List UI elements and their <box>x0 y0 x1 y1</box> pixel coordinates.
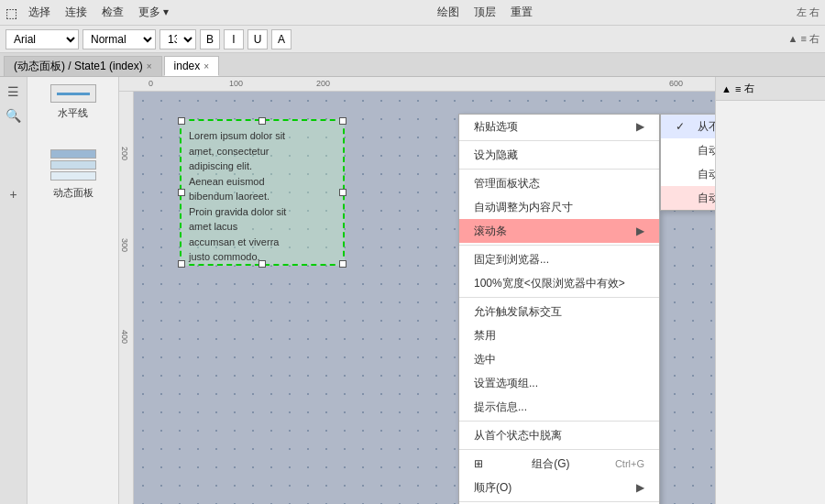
font-style-select[interactable]: Normal <box>82 29 156 49</box>
canvas-area[interactable]: 0 100 200 600 700 200 300 400 <box>119 77 715 504</box>
ctx-scroll-arrow: ▶ <box>636 225 644 237</box>
ctx-sep-5 <box>459 421 659 422</box>
toolbar-top[interactable]: 顶层 <box>470 3 500 22</box>
tab-index-close[interactable]: × <box>204 61 209 71</box>
ctx-paste-options[interactable]: 粘贴选项 ▶ <box>459 115 659 138</box>
ctx-full-width[interactable]: 100%宽度<仅限浏览器中有效> <box>459 271 659 295</box>
ctx-group-label: 组合(G) <box>532 456 569 472</box>
submenu-auto-v[interactable]: 自动显示垂直滚动条 <box>661 162 715 186</box>
ruler-tick-0: 0 <box>148 79 153 88</box>
ctx-detach[interactable]: 从首个状态中脱离 <box>459 423 659 447</box>
ruler-tick-100: 100 <box>229 79 243 88</box>
handle-br[interactable] <box>339 260 346 268</box>
submenu-label-1: 自动显示滚动条 <box>698 143 715 159</box>
context-menu: 粘贴选项 ▶ 设为隐藏 管理面板状态 自动调整为内容尺寸 滚动条 ▶ 固定到浏览… <box>458 114 660 504</box>
dynamic-panel-widget[interactable]: 动态面板 <box>50 149 96 200</box>
right-panel-tab-2[interactable]: ≡ <box>735 83 741 94</box>
handle-rm[interactable] <box>339 189 346 196</box>
handle-lm[interactable] <box>178 189 185 196</box>
underline-button[interactable]: U <box>248 29 268 49</box>
handle-bm[interactable] <box>258 260 266 268</box>
ctx-select-label: 选中 <box>474 352 496 367</box>
canvas-element-text: Lorem ipsum dolor sit amet, consectetur … <box>189 130 286 262</box>
ctx-group-shortcut: Ctrl+G <box>615 458 644 469</box>
submenu-never[interactable]: ✓ 从不显示滚动条 <box>661 115 715 138</box>
selected-element[interactable]: Lorem ipsum dolor sit amet, consectetur … <box>180 119 345 266</box>
handle-tl[interactable] <box>178 117 185 125</box>
ctx-tooltip[interactable]: 提示信息... <box>459 395 659 419</box>
icon-menu[interactable]: ☰ <box>3 81 25 103</box>
ctx-hidden-label: 设为隐藏 <box>474 148 518 163</box>
bold-button[interactable]: B <box>200 29 220 49</box>
main-toolbar: ⬚ 选择 连接 检查 更多 ▾ 绘图 顶层 重置 左 右 <box>0 0 825 26</box>
ctx-group-icon: ⊞ <box>474 457 483 470</box>
font-toolbar: Arial Normal 13 B I U A ▲ ≡ 右 <box>0 26 825 53</box>
toolbar-draw[interactable]: 绘图 <box>434 3 463 22</box>
tab-state1-close[interactable]: × <box>147 61 152 71</box>
toolbar-more[interactable]: 更多 ▾ <box>135 3 172 22</box>
ctx-resize-label: 自动调整为内容尺寸 <box>474 200 573 215</box>
ctx-disable-label: 禁用 <box>474 328 496 344</box>
ctx-mouse-label: 允许触发鼠标交互 <box>474 304 562 320</box>
ruler-tick-200: 200 <box>316 79 330 88</box>
handle-tr[interactable] <box>339 117 346 125</box>
submenu-label-2: 自动显示垂直滚动条 <box>698 167 715 182</box>
submenu-label-0: 从不显示滚动条 <box>698 119 715 135</box>
hz-line-label: 水平线 <box>58 106 88 120</box>
ruler-vtick-200: 200 <box>120 147 129 160</box>
ctx-sep-4 <box>459 297 659 298</box>
ctx-disable[interactable]: 禁用 <box>459 323 659 347</box>
ctx-order[interactable]: 顺序(O) ▶ <box>459 476 659 499</box>
tab-index-label: index <box>174 60 201 72</box>
right-panel-tab-1[interactable]: ▲ <box>721 83 732 94</box>
right-panel: ▲ ≡ 右 <box>715 77 825 504</box>
icon-search[interactable]: 🔍 <box>3 104 25 126</box>
ctx-sep-3 <box>459 245 659 246</box>
submenu-check-0: ✓ <box>676 120 690 133</box>
italic-button[interactable]: I <box>224 29 244 49</box>
right-panel-tab-3[interactable]: 右 <box>744 82 754 95</box>
ctx-select[interactable]: 选中 <box>459 347 659 371</box>
ctx-tooltip-label: 提示信息... <box>474 400 527 415</box>
ctx-detach-label: 从首个状态中脱离 <box>474 428 562 444</box>
submenu-auto[interactable]: 自动显示滚动条 <box>661 138 715 162</box>
ctx-sep-7 <box>459 501 659 502</box>
horizontal-line-widget[interactable]: 水平线 <box>50 84 96 120</box>
side-panel: 水平线 动态面板 <box>28 77 119 504</box>
tab-state1[interactable]: (动态面板) / State1 (index) × <box>4 56 162 76</box>
ctx-group[interactable]: ⊞ 组合(G) Ctrl+G <box>459 452 659 476</box>
ruler-vertical: 200 300 400 <box>119 92 134 504</box>
tab-index[interactable]: index × <box>164 56 220 76</box>
submenu-auto-h[interactable]: 自动显示水平滚动条 <box>661 186 715 210</box>
select-icon: ⬚ <box>6 5 17 20</box>
ctx-manage-state[interactable]: 管理面板状态 <box>459 171 659 195</box>
ctx-manage-label: 管理面板状态 <box>474 176 540 192</box>
font-family-select[interactable]: Arial <box>6 29 79 49</box>
ctx-scroll-label: 滚动条 <box>474 224 507 239</box>
submenu-label-3: 自动显示水平滚动条 <box>698 191 715 206</box>
ctx-order-arrow: ▶ <box>636 481 644 494</box>
left-icons-panel: ☰ 🔍 + <box>0 77 28 504</box>
toolbar-reset[interactable]: 重置 <box>507 3 536 22</box>
toolbar-connect[interactable]: 连接 <box>61 3 91 22</box>
ctx-sep-2 <box>459 169 659 170</box>
icon-zoom-in[interactable]: + <box>3 183 25 205</box>
ctx-set-hidden[interactable]: 设为隐藏 <box>459 143 659 167</box>
ctx-set-options[interactable]: 设置选项组... <box>459 371 659 395</box>
ctx-allow-mouse[interactable]: 允许触发鼠标交互 <box>459 300 659 323</box>
handle-bl[interactable] <box>178 260 185 268</box>
ctx-scrollbar[interactable]: 滚动条 ▶ <box>459 219 659 243</box>
ctx-fix-browser[interactable]: 固定到浏览器... <box>459 247 659 271</box>
hz-line-icon <box>50 84 96 103</box>
right-panel-header: ▲ ≡ 右 <box>716 77 825 101</box>
toolbar-select[interactable]: 选择 <box>25 3 54 22</box>
scrollbar-submenu: ✓ 从不显示滚动条 自动显示滚动条 自动显示垂直滚动条 自动显示水平滚动条 <box>660 114 715 211</box>
font-size-select[interactable]: 13 <box>160 29 196 49</box>
ctx-order-label: 顺序(O) <box>474 480 512 496</box>
handle-tm[interactable] <box>258 117 266 125</box>
dp-label: 动态面板 <box>53 186 94 200</box>
text-align-button[interactable]: A <box>271 29 292 49</box>
ctx-auto-resize[interactable]: 自动调整为内容尺寸 <box>459 195 659 219</box>
tab-bar: (动态面板) / State1 (index) × index × <box>0 53 825 77</box>
toolbar-inspect[interactable]: 检查 <box>98 3 127 22</box>
